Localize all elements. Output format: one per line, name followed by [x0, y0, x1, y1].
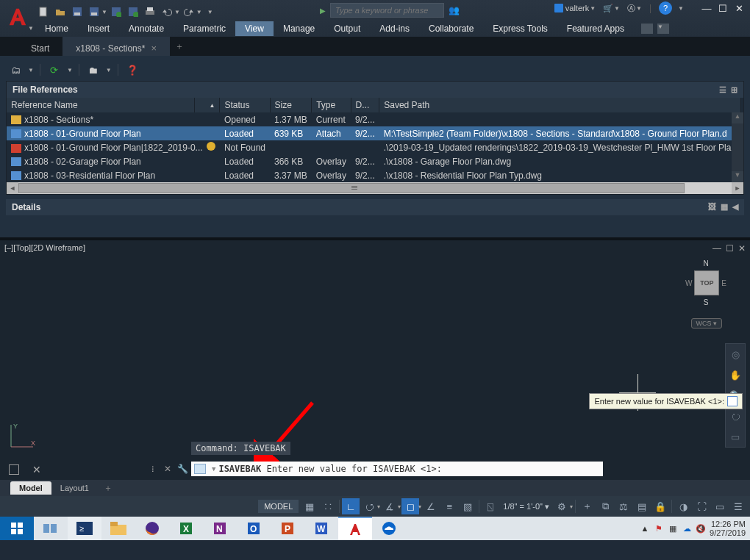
- new-icon[interactable]: [35, 4, 51, 20]
- table-row[interactable]: x1808 - 03-Residential Floor PlanLoaded3…: [7, 168, 740, 182]
- hardware-icon[interactable]: ⛶: [693, 498, 710, 514]
- doctab-add[interactable]: ＋: [170, 37, 189, 56]
- firefox-icon[interactable]: [135, 517, 169, 540]
- ws-add-icon[interactable]: ＋: [578, 498, 596, 514]
- layout-1[interactable]: Layout1: [51, 481, 98, 495]
- annoscale-icon[interactable]: ⍂: [482, 498, 499, 514]
- explorer-icon[interactable]: [101, 517, 135, 540]
- layout-close-icon[interactable]: ✕: [32, 464, 41, 475]
- tray-clock[interactable]: 12:26 PM9/27/2019: [710, 520, 746, 537]
- taskview-icon[interactable]: [34, 517, 68, 540]
- cmd-recent-icon[interactable]: ⫶: [147, 463, 159, 475]
- isodraft-icon[interactable]: ∡: [381, 498, 399, 514]
- layout-add[interactable]: ＋: [98, 480, 118, 497]
- layout-model[interactable]: Model: [10, 481, 51, 495]
- ribbon-min-icon[interactable]: ▼: [657, 24, 669, 34]
- search-icon[interactable]: 👥: [449, 5, 460, 15]
- minimize-icon[interactable]: —: [700, 3, 713, 14]
- vp-maximize-icon[interactable]: ☐: [726, 243, 734, 254]
- details-list-icon[interactable]: ▦: [721, 202, 728, 212]
- quickprops-icon[interactable]: ▤: [633, 498, 651, 514]
- viewport-label[interactable]: [–][Top][2D Wireframe]: [4, 243, 85, 252]
- tray-up-icon[interactable]: ▲: [640, 523, 650, 534]
- tab-insert[interactable]: Insert: [78, 21, 119, 36]
- tab-manage[interactable]: Manage: [274, 21, 324, 36]
- vertical-scrollbar[interactable]: ▲▼: [732, 112, 743, 182]
- tray-cloud-icon[interactable]: ☁: [682, 523, 692, 534]
- web-open-icon[interactable]: [125, 4, 141, 20]
- vp-close-icon[interactable]: ✕: [738, 243, 746, 254]
- annotation-scale[interactable]: 1/8" = 1'-0" ▾: [500, 502, 552, 511]
- tab-collaborate[interactable]: Collaborate: [419, 21, 483, 36]
- doctab-start[interactable]: Start: [18, 37, 63, 56]
- dynamic-input-field[interactable]: [727, 396, 738, 406]
- redo-icon[interactable]: [181, 4, 197, 20]
- lineweight-icon[interactable]: ≡: [440, 498, 458, 514]
- tab-express[interactable]: Express Tools: [483, 21, 557, 36]
- open-icon[interactable]: [52, 4, 68, 20]
- table-row[interactable]: x1808 - 02-Garage Floor PlanLoaded366 KB…: [7, 154, 740, 168]
- table-header[interactable]: Reference Name ▲ Status Size Type D... S…: [7, 98, 740, 112]
- custom-icon[interactable]: ☰: [729, 498, 747, 514]
- tab-parametric[interactable]: Parametric: [174, 21, 235, 36]
- lock-ui-icon[interactable]: 🔒: [651, 498, 669, 514]
- outlook-icon[interactable]: O: [237, 517, 271, 540]
- tray-volume-icon[interactable]: 🔇: [696, 523, 706, 534]
- otrack-icon[interactable]: ∠: [422, 498, 440, 514]
- app-logo[interactable]: ▼: [3, 2, 32, 32]
- onenote-icon[interactable]: N: [203, 517, 237, 540]
- onedrive-icon[interactable]: [372, 517, 406, 540]
- cart-icon[interactable]: 🛒▼: [603, 4, 620, 13]
- excel-icon[interactable]: X: [169, 517, 203, 540]
- tab-view[interactable]: View: [235, 21, 274, 36]
- details-collapse-icon[interactable]: ◀: [732, 202, 738, 212]
- vp-minimize-icon[interactable]: —: [712, 243, 721, 254]
- transparency-icon[interactable]: ▧: [459, 498, 476, 514]
- table-row[interactable]: x1808 - 01-Ground Floor Plan|1822_2019-0…: [7, 140, 740, 154]
- polar-icon[interactable]: ⭯: [360, 498, 378, 514]
- tray-app-icon[interactable]: ▦: [668, 523, 678, 534]
- cleanscreen-icon[interactable]: ▭: [711, 498, 729, 514]
- ortho-icon[interactable]: ∟: [342, 498, 360, 514]
- details-header[interactable]: Details 🖾▦◀: [6, 199, 744, 215]
- list-view-icon[interactable]: ☰: [719, 85, 726, 95]
- app-exchange-icon[interactable]: Ⓐ▼: [627, 3, 642, 14]
- table-row[interactable]: x1808 - Sections*Opened1.37 MBCurrent9/2…: [7, 112, 740, 126]
- details-thumb-icon[interactable]: 🖾: [708, 202, 716, 212]
- plot-icon[interactable]: [142, 4, 158, 20]
- layout-box-icon[interactable]: [9, 464, 19, 475]
- maximize-icon[interactable]: ☐: [716, 3, 729, 14]
- refresh-icon[interactable]: ⟳: [46, 62, 63, 77]
- start-button[interactable]: [0, 517, 34, 540]
- gear-icon[interactable]: ⚙: [553, 498, 571, 514]
- status-model[interactable]: MODEL: [258, 500, 299, 513]
- powerpoint-icon[interactable]: P: [271, 517, 304, 540]
- web-save-icon[interactable]: [108, 4, 124, 20]
- drawing-viewport[interactable]: [–][Top][2D Wireframe] — ☐ ✕ N WTOPE S W…: [0, 237, 750, 480]
- tab-home[interactable]: Home: [35, 21, 78, 36]
- tab-annotate[interactable]: Annotate: [119, 21, 174, 36]
- help-panel-icon[interactable]: ❓: [124, 62, 140, 77]
- qat-customize-icon[interactable]: ▼: [207, 9, 213, 15]
- doctab-active[interactable]: x1808 - Sections*×: [63, 37, 170, 56]
- cmd-customize-icon[interactable]: 🔧: [176, 463, 188, 475]
- powershell-icon[interactable]: ≥: [68, 517, 101, 540]
- command-input[interactable]: ▼ ISAVEBAK Enter new value for ISAVEBAK …: [191, 462, 603, 476]
- tray-shield-icon[interactable]: ⚑: [654, 523, 664, 534]
- tab-output[interactable]: Output: [324, 21, 370, 36]
- ws-switch-icon[interactable]: ⧉: [596, 498, 614, 514]
- ribbon-extra-icon[interactable]: [641, 24, 653, 34]
- autocad-task-icon[interactable]: [338, 517, 372, 540]
- saveas-icon[interactable]: [86, 4, 102, 20]
- grid-icon[interactable]: ▦: [301, 498, 318, 514]
- user-menu[interactable]: valterk▼: [554, 4, 596, 12]
- tab-featured[interactable]: Featured Apps: [557, 21, 634, 36]
- help-icon[interactable]: ?: [659, 1, 672, 15]
- cmd-close-icon[interactable]: ✕: [162, 463, 174, 475]
- nav-showmotion-icon[interactable]: ▭: [726, 426, 745, 447]
- horizontal-scrollbar[interactable]: ◄►: [7, 182, 743, 194]
- nav-wheel-icon[interactable]: ◎: [726, 344, 745, 365]
- view-cube[interactable]: N WTOPE S: [685, 259, 726, 306]
- undo-icon[interactable]: [159, 4, 175, 20]
- snap-icon[interactable]: ⸬: [319, 498, 337, 514]
